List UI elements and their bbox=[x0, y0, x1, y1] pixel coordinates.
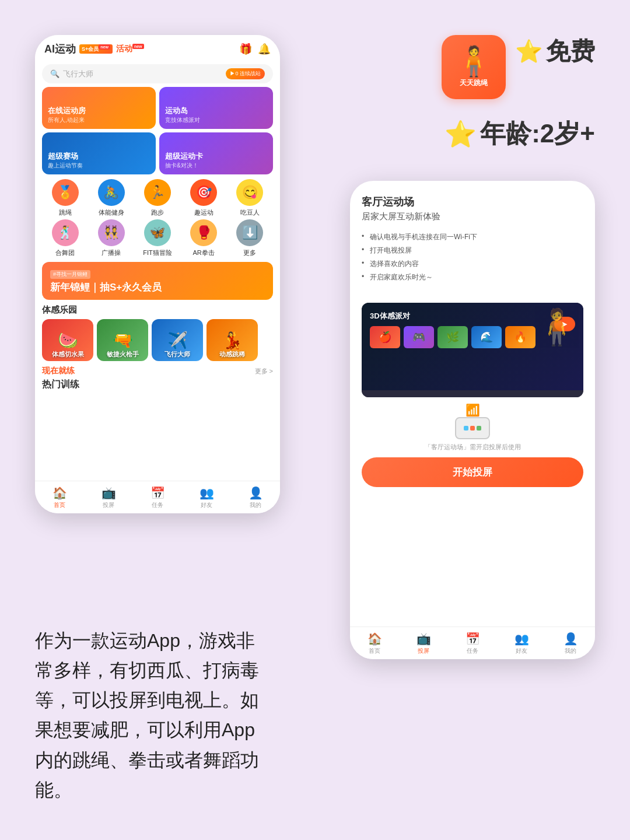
banner-item-1[interactable]: 在线运动房 所有人,动起来 bbox=[42, 87, 156, 129]
app-icon-section: 🧍 天天跳绳 ⭐ 免费 bbox=[442, 35, 595, 99]
bullet-4: 开启家庭欢乐时光～ bbox=[362, 271, 583, 284]
nav-task[interactable]: 📅 任务 bbox=[150, 486, 165, 509]
tv-thumb-1: 🍎 bbox=[370, 326, 400, 348]
bottom-nav-right: 🏠 首页 📺 投屏 📅 任务 👥 好友 👤 我的 bbox=[350, 626, 595, 659]
nav-mine-icon: 👤 bbox=[249, 486, 263, 500]
free-star: ⭐ bbox=[515, 38, 542, 64]
right-nav-cast-icon: 📺 bbox=[416, 632, 431, 646]
left-phone: AI运动 S+会员new 活动new 🎁 🔔 🔍 飞行大师 ▶0 连续战站 在线… bbox=[35, 35, 280, 513]
icon-tineng-label: 体能健身 bbox=[99, 208, 124, 217]
icon-ar-quanji-label: AR拳击 bbox=[193, 249, 215, 257]
banner-item-4[interactable]: 超级运动卡 抽卡&对决！ bbox=[159, 132, 273, 174]
right-nav-task[interactable]: 📅 任务 bbox=[466, 632, 480, 655]
icon-quyundong[interactable]: 🎯 趣运动 bbox=[186, 179, 221, 217]
app-title: AI运动 bbox=[44, 42, 76, 56]
banner-grid: 在线运动房 所有人,动起来 运动岛 竞技体感派对 超级赛场 趣上运动节奏 超级运… bbox=[42, 87, 273, 174]
icon-chidouren[interactable]: 😋 吃豆人 bbox=[232, 179, 267, 217]
banner-item-3[interactable]: 超级赛场 趣上运动节奏 bbox=[42, 132, 156, 174]
icon-paobu-circle: 🏃 bbox=[144, 179, 171, 206]
search-icon: 🔍 bbox=[50, 69, 60, 78]
banner-sub-4: 抽卡&对决！ bbox=[165, 162, 267, 170]
nav-mine[interactable]: 👤 我的 bbox=[249, 486, 263, 509]
banner-item-2[interactable]: 运动岛 竞技体感派对 bbox=[159, 87, 273, 129]
icon-fit-mao[interactable]: 🦋 FIT猫冒险 bbox=[140, 219, 175, 257]
icon-guangbocao[interactable]: 👯 广播操 bbox=[94, 219, 129, 257]
icon-hewutuan[interactable]: 🕺 合舞团 bbox=[48, 219, 83, 257]
banner-title-1: 在线运动房 bbox=[48, 106, 150, 116]
game-cards: 🍉 体感切水果 🔫 敏捷火枪手 ✈️ 飞行大师 💃 动感跳稀 bbox=[42, 319, 273, 361]
free-text: 免费 bbox=[546, 35, 595, 68]
mini-phone-dot-2 bbox=[470, 426, 475, 430]
nav-cast[interactable]: 📺 投屏 bbox=[102, 486, 116, 509]
nav-cast-icon: 📺 bbox=[102, 486, 116, 500]
right-nav-home-icon: 🏠 bbox=[368, 632, 382, 646]
game-card-gunfighter[interactable]: 🔫 敏捷火枪手 bbox=[97, 319, 148, 361]
phone-header: AI运动 S+会员new 活动new 🎁 🔔 bbox=[35, 35, 280, 61]
gift-icon[interactable]: 🎁 bbox=[239, 43, 252, 55]
icon-hewutuan-circle: 🕺 bbox=[52, 219, 79, 246]
icon-guangbocao-label: 广播操 bbox=[102, 249, 121, 257]
game-card-flying-label: 飞行大师 bbox=[152, 350, 203, 359]
nav-friends-icon: 👥 bbox=[200, 486, 214, 500]
icon-quyundong-circle: 🎯 bbox=[190, 179, 217, 206]
game-card-watermelon[interactable]: 🍉 体感切水果 bbox=[42, 319, 93, 361]
tv-thumb-4: 🌊 bbox=[471, 326, 502, 348]
icon-chidouren-label: 吃豆人 bbox=[240, 208, 260, 217]
icon-chidouren-circle: 😋 bbox=[236, 179, 263, 206]
icon-tiaosheng[interactable]: 🏅 跳绳 bbox=[48, 179, 83, 217]
nav-friends-label: 好友 bbox=[201, 501, 212, 509]
start-cast-button[interactable]: 开始投屏 bbox=[362, 457, 583, 487]
game-card-flying[interactable]: ✈️ 飞行大师 bbox=[152, 319, 203, 361]
age-star: ⭐ bbox=[444, 119, 477, 149]
right-phone: 客厅运动场 居家大屏互动新体验 确认电视与手机连接在同一Wi-Fi下 打开电视投… bbox=[350, 181, 595, 659]
right-nav-cast-label: 投屏 bbox=[418, 647, 429, 655]
icon-paobu-label: 跑步 bbox=[151, 208, 164, 217]
mini-phone-dot-1 bbox=[464, 426, 468, 430]
right-nav-mine-icon: 👤 bbox=[564, 632, 578, 646]
tv-character-figure: 🧍 bbox=[535, 306, 579, 348]
promo-banner[interactable]: #寻找一月锦鲤 新年锦鲤｜抽S+永久会员 bbox=[42, 262, 273, 300]
banner-title-4: 超级运动卡 bbox=[165, 151, 267, 162]
icon-fit-mao-label: FIT猫冒险 bbox=[143, 249, 172, 257]
game-card-gunfighter-label: 敏捷火枪手 bbox=[97, 350, 148, 359]
mini-phone-dot-3 bbox=[477, 426, 481, 430]
nav-mine-label: 我的 bbox=[250, 501, 261, 509]
badge-huodong[interactable]: 活动new bbox=[116, 44, 144, 54]
nav-friends[interactable]: 👥 好友 bbox=[200, 486, 214, 509]
banner-sub-1: 所有人,动起来 bbox=[48, 116, 150, 124]
tv-thumb-3: 🌿 bbox=[438, 326, 468, 348]
banner-sub-3: 趣上运动节奏 bbox=[48, 162, 150, 170]
icon-ar-quanji[interactable]: 🥊 AR拳击 bbox=[186, 219, 221, 257]
app-icon-box: 🧍 天天跳绳 bbox=[442, 35, 506, 99]
more-link[interactable]: 更多 > bbox=[255, 367, 273, 376]
right-nav-friends[interactable]: 👥 好友 bbox=[514, 632, 529, 655]
bell-icon[interactable]: 🔔 bbox=[258, 43, 271, 55]
right-phone-content: 客厅运动场 居家大屏互动新体验 确认电视与手机连接在同一Wi-Fi下 打开电视投… bbox=[350, 181, 595, 303]
bottom-nav-left: 🏠 首页 📺 投屏 📅 任务 👥 好友 👤 我的 bbox=[35, 481, 280, 513]
tv-thumb-5: 🔥 bbox=[505, 326, 536, 348]
app-icon-name: 天天跳绳 bbox=[460, 78, 488, 88]
now-training-row: 现在就练 更多 > bbox=[42, 366, 273, 376]
right-nav-mine[interactable]: 👤 我的 bbox=[564, 632, 578, 655]
header-icons: 🎁 🔔 bbox=[239, 43, 271, 55]
nav-home[interactable]: 🏠 首页 bbox=[52, 486, 67, 509]
tv-thumb-2: 🎮 bbox=[404, 326, 434, 348]
nav-home-icon: 🏠 bbox=[52, 486, 67, 500]
right-nav-home[interactable]: 🏠 首页 bbox=[368, 632, 382, 655]
icons-row-1: 🏅 跳绳 🚴 体能健身 🏃 跑步 🎯 趣运动 😋 吃豆人 bbox=[42, 179, 273, 217]
right-nav-task-icon: 📅 bbox=[466, 632, 480, 646]
game-card-dance[interactable]: 💃 动感跳稀 bbox=[206, 319, 258, 361]
nav-task-label: 任务 bbox=[152, 501, 163, 509]
right-nav-friends-label: 好友 bbox=[516, 647, 527, 655]
icon-tineng[interactable]: 🚴 体能健身 bbox=[94, 179, 129, 217]
search-bar[interactable]: 🔍 飞行大师 ▶0 连续战站 bbox=[42, 64, 273, 83]
icon-paobu[interactable]: 🏃 跑步 bbox=[140, 179, 175, 217]
tv-stand bbox=[362, 390, 583, 397]
description-text: 作为一款运动App，游戏非常多样，有切西瓜、打病毒等，可以投屏到电视上。如果想要… bbox=[35, 626, 262, 805]
icons-row-2: 🕺 合舞团 👯 广播操 🦋 FIT猫冒险 🥊 AR拳击 ⬇️ 更多 bbox=[42, 219, 273, 257]
icon-more[interactable]: ⬇️ 更多 bbox=[232, 219, 267, 257]
age-label: ⭐ 年龄:2岁+ bbox=[444, 117, 595, 151]
right-nav-cast[interactable]: 📺 投屏 bbox=[416, 632, 431, 655]
right-nav-task-label: 任务 bbox=[467, 647, 478, 655]
tv-display: 3D体感派对 🍎 🎮 🌿 🌊 🔥 ▶ 🧍 bbox=[362, 303, 583, 397]
